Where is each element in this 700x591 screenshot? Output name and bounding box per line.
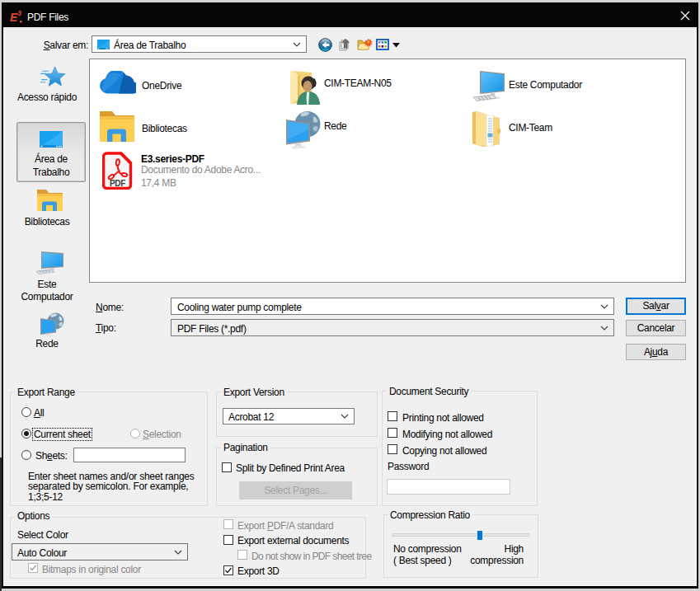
svg-text:3: 3 <box>17 9 21 17</box>
svg-text:PDF: PDF <box>110 179 125 188</box>
